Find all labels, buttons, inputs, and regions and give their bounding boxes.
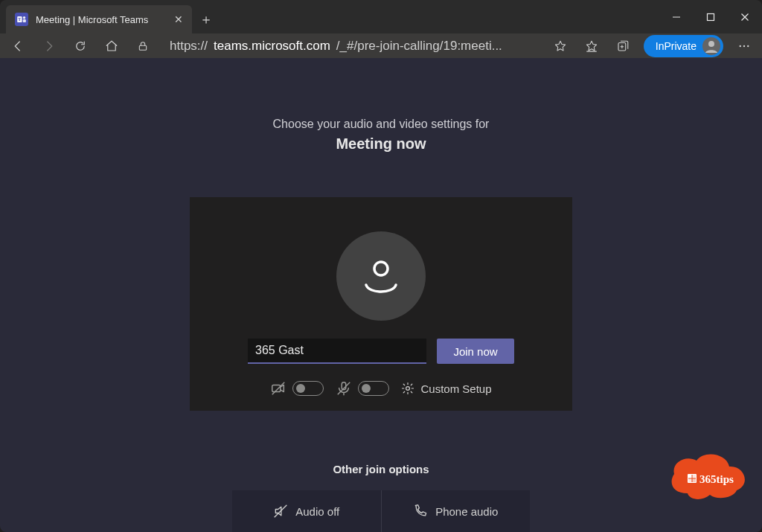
phone-audio-label: Phone audio (435, 505, 498, 518)
close-tab-icon[interactable]: ✕ (174, 13, 183, 25)
url-scheme: https:// (170, 39, 208, 54)
svg-point-23 (406, 387, 410, 391)
other-join-options: Audio off Phone audio (232, 490, 530, 532)
svg-rect-27 (688, 475, 692, 478)
titlebar-spacer (220, 0, 659, 33)
svg-point-14 (740, 45, 741, 46)
svg-point-15 (743, 45, 745, 46)
watermark-badge[interactable]: 365tips (665, 452, 749, 502)
svg-rect-3 (23, 19, 26, 22)
join-now-button[interactable]: Join now (437, 339, 514, 364)
profile-avatar-icon (702, 37, 720, 55)
svg-text:T: T (18, 17, 21, 22)
speaker-off-icon (273, 504, 288, 519)
phone-icon (413, 504, 428, 519)
svg-point-2 (23, 16, 26, 19)
url-host: teams.microsoft.com (214, 39, 330, 54)
tab-title: Meeting | Microsoft Teams (36, 14, 148, 25)
inprivate-indicator[interactable]: InPrivate (644, 35, 723, 57)
camera-toggle[interactable] (292, 381, 324, 396)
navbar: https://teams.microsoft.com/_#/pre-join-… (0, 33, 762, 58)
lock-icon[interactable] (132, 36, 153, 57)
prejoin-title: Meeting now (336, 135, 426, 153)
phone-audio-option[interactable]: Phone audio (381, 490, 531, 532)
mic-toggle[interactable] (358, 381, 389, 396)
svg-rect-8 (139, 45, 146, 50)
inprivate-label: InPrivate (656, 40, 697, 52)
svg-line-19 (272, 382, 285, 395)
browser-window: T Meeting | Microsoft Teams ✕ ＋ (0, 0, 762, 532)
name-join-row: Join now (248, 339, 514, 364)
close-window-button[interactable] (728, 0, 762, 33)
forward-button[interactable] (39, 36, 60, 57)
teams-icon: T (15, 13, 28, 26)
svg-point-16 (747, 45, 749, 46)
audio-off-option[interactable]: Audio off (232, 490, 381, 532)
refresh-button[interactable] (70, 36, 91, 57)
maximize-button[interactable] (694, 0, 728, 33)
window-controls (659, 0, 762, 33)
avatar-placeholder (336, 231, 426, 321)
svg-rect-29 (688, 479, 692, 483)
svg-rect-28 (693, 475, 697, 478)
watermark-text: 365tips (699, 473, 734, 485)
svg-rect-30 (693, 479, 697, 483)
titlebar: T Meeting | Microsoft Teams ✕ ＋ (0, 0, 762, 33)
favorites-bar-icon[interactable] (581, 36, 602, 57)
minimize-button[interactable] (659, 0, 694, 33)
camera-toggle-group (270, 380, 324, 397)
device-row: Custom Setup (270, 380, 491, 397)
svg-point-17 (374, 262, 388, 275)
audio-off-label: Audio off (295, 505, 339, 518)
teams-prejoin-page: Choose your audio and video settings for… (0, 58, 762, 532)
gear-icon (401, 382, 414, 395)
url-path: /_#/pre-join-calling/19:meeti... (336, 39, 502, 54)
address-bar[interactable]: https://teams.microsoft.com/_#/pre-join-… (164, 39, 540, 54)
svg-point-13 (708, 41, 714, 47)
new-tab-button[interactable]: ＋ (192, 5, 220, 33)
other-join-label: Other join options (333, 463, 429, 475)
video-preview-card: Join now (190, 197, 572, 411)
back-button[interactable] (7, 36, 28, 57)
more-menu-button[interactable] (734, 36, 755, 57)
prejoin-subtitle: Choose your audio and video settings for (273, 118, 490, 131)
favorite-star-icon[interactable] (550, 36, 571, 57)
collections-icon[interactable] (612, 36, 633, 57)
name-input[interactable] (248, 339, 426, 364)
camera-off-icon (270, 380, 286, 397)
browser-tab[interactable]: T Meeting | Microsoft Teams ✕ (6, 5, 192, 33)
home-button[interactable] (101, 36, 122, 57)
mic-off-icon (336, 380, 352, 397)
svg-rect-5 (708, 13, 714, 20)
custom-setup-label: Custom Setup (420, 382, 491, 395)
custom-setup-button[interactable]: Custom Setup (401, 382, 491, 395)
mic-toggle-group (336, 380, 389, 397)
